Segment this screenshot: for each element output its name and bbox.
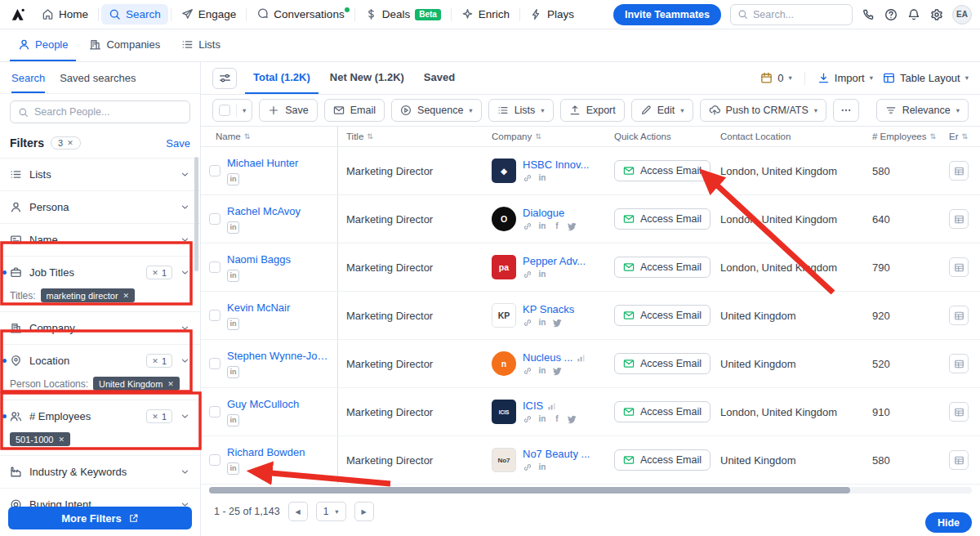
- company-logo[interactable]: ◆: [492, 159, 516, 183]
- enrich-icon-button[interactable]: [949, 306, 969, 325]
- filter-header-company[interactable]: Company: [0, 312, 200, 344]
- sort-icon[interactable]: ⇅: [962, 132, 969, 141]
- people-search-input[interactable]: [34, 106, 182, 118]
- filter-count-pill[interactable]: ✕1: [146, 266, 172, 279]
- lists-button[interactable]: Lists▾: [488, 99, 554, 122]
- row-checkbox[interactable]: [209, 165, 220, 176]
- contact-name-link[interactable]: Rachel McAvoy: [227, 205, 332, 217]
- twitter-icon[interactable]: [567, 221, 577, 231]
- facebook-icon[interactable]: f: [552, 221, 562, 231]
- apollo-logo-icon[interactable]: [8, 5, 28, 25]
- next-page-button[interactable]: ▶: [354, 502, 374, 521]
- chevron-down-icon[interactable]: [180, 323, 190, 333]
- save-search-link[interactable]: Save: [166, 137, 190, 150]
- import-dropdown[interactable]: Import ▾: [817, 72, 873, 84]
- filter-header-location[interactable]: Location✕1: [0, 345, 200, 377]
- row-checkbox[interactable]: [209, 358, 220, 369]
- company-logo[interactable]: pa: [492, 255, 516, 279]
- global-search[interactable]: [730, 4, 853, 25]
- company-logo[interactable]: n: [492, 351, 516, 376]
- enrich-icon-button[interactable]: [949, 450, 969, 470]
- company-logo[interactable]: O: [492, 207, 516, 231]
- column-header-company[interactable]: Company⇅: [485, 127, 608, 146]
- sort-icon[interactable]: ⇅: [535, 132, 541, 141]
- results-tab-total-1-2k[interactable]: Total (1.2K): [245, 62, 318, 94]
- company-name-link[interactable]: KP Snacks: [523, 303, 574, 315]
- twitter-icon[interactable]: [552, 318, 562, 328]
- linkedin-icon[interactable]: in: [537, 221, 547, 231]
- linkedin-icon[interactable]: in: [227, 318, 239, 330]
- filter-header-name[interactable]: Name: [0, 224, 200, 256]
- more-filters-button[interactable]: More Filters: [8, 507, 192, 529]
- row-checkbox[interactable]: [209, 406, 220, 418]
- export-button[interactable]: Export: [560, 99, 625, 122]
- chevron-down-icon[interactable]: [180, 202, 190, 212]
- more-options-button[interactable]: [833, 99, 859, 122]
- clear-filters-icon[interactable]: ✕: [67, 139, 74, 147]
- access-email-button[interactable]: Access Email: [614, 353, 710, 374]
- website-link-icon[interactable]: [523, 318, 532, 328]
- column-header-quick-actions[interactable]: Quick Actions: [608, 127, 712, 146]
- website-link-icon[interactable]: [523, 270, 532, 279]
- access-email-button[interactable]: Access Email: [614, 305, 710, 326]
- company-logo[interactable]: KP: [492, 303, 516, 328]
- enrich-icon-button[interactable]: [949, 257, 969, 277]
- contact-name-link[interactable]: Kevin McNair: [227, 302, 332, 314]
- help-icon[interactable]: [884, 8, 898, 21]
- subnav-tab-lists[interactable]: Lists: [173, 29, 229, 61]
- filters-toggle-button[interactable]: [212, 68, 237, 89]
- select-all-checkbox[interactable]: [219, 105, 230, 116]
- phone-icon[interactable]: [862, 8, 875, 21]
- linkedin-icon[interactable]: in: [227, 366, 239, 378]
- contact-name-link[interactable]: Michael Hunter: [227, 157, 332, 169]
- filter-header-employees[interactable]: # Employees✕1: [0, 400, 200, 432]
- remove-chip-icon[interactable]: ✕: [167, 380, 174, 388]
- filter-header-lists[interactable]: Lists: [0, 159, 200, 190]
- hide-button[interactable]: Hide: [925, 512, 972, 533]
- website-link-icon[interactable]: [523, 221, 532, 231]
- linkedin-icon[interactable]: in: [227, 173, 239, 185]
- company-name-link[interactable]: ICIS: [523, 400, 543, 412]
- results-tab-saved[interactable]: Saved: [416, 62, 463, 94]
- previous-page-button[interactable]: ◀: [288, 502, 308, 521]
- results-tab-net-new-1-2k[interactable]: Net New (1.2K): [322, 62, 412, 94]
- edit-button[interactable]: Edit▾: [631, 99, 693, 122]
- filter-chip[interactable]: United Kingdom✕: [93, 377, 180, 391]
- email-button[interactable]: Email: [324, 99, 385, 122]
- clear-filter-icon[interactable]: ✕: [152, 357, 158, 365]
- bell-icon[interactable]: [907, 8, 920, 21]
- row-checkbox[interactable]: [209, 310, 220, 321]
- people-search[interactable]: [10, 100, 190, 123]
- access-email-button[interactable]: Access Email: [614, 208, 710, 230]
- company-name-link[interactable]: Dialogue: [523, 207, 564, 219]
- user-avatar[interactable]: EA: [952, 5, 972, 25]
- linkedin-icon[interactable]: in: [227, 270, 239, 282]
- row-checkbox[interactable]: [209, 454, 220, 466]
- linkedin-icon[interactable]: in: [537, 462, 547, 472]
- page-select[interactable]: 1 ▾: [316, 502, 346, 521]
- column-header-employees[interactable]: # Employees⇅: [864, 127, 942, 146]
- scheduled-emails-control[interactable]: 0 ▾: [760, 72, 792, 84]
- subnav-tab-people[interactable]: People: [10, 29, 76, 61]
- filter-count-pill[interactable]: ✕1: [146, 354, 172, 368]
- remove-chip-icon[interactable]: ✕: [123, 292, 130, 300]
- column-header-contact-location[interactable]: Contact Location: [712, 127, 864, 146]
- subnav-tab-companies[interactable]: Companies: [81, 29, 168, 61]
- sidebar-scrollbar[interactable]: [194, 157, 198, 271]
- chevron-down-icon[interactable]: [180, 234, 190, 245]
- sequence-button[interactable]: Sequence▾: [391, 99, 482, 122]
- access-email-button[interactable]: Access Email: [614, 401, 710, 422]
- linkedin-icon[interactable]: in: [537, 270, 547, 279]
- twitter-icon[interactable]: [552, 366, 562, 376]
- table-layout-dropdown[interactable]: Table Layout ▾: [883, 72, 969, 84]
- push-to-crm-ats-button[interactable]: Push to CRM/ATS▾: [700, 99, 826, 122]
- filter-count-pill[interactable]: ✕1: [146, 409, 172, 423]
- sidebar-tab-search[interactable]: Search: [11, 72, 45, 93]
- chevron-down-icon[interactable]: [180, 267, 190, 278]
- access-email-button[interactable]: Access Email: [614, 160, 710, 181]
- linkedin-icon[interactable]: in: [227, 462, 239, 475]
- nav-item-enrich[interactable]: Enrich: [454, 4, 517, 25]
- company-name-link[interactable]: Pepper Adv...: [523, 255, 586, 267]
- facebook-icon[interactable]: f: [552, 414, 562, 424]
- chevron-down-icon[interactable]: [180, 411, 190, 422]
